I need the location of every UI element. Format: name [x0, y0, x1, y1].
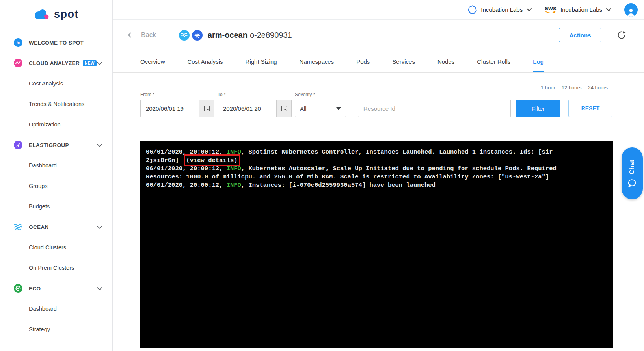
page-header: Back	[113, 20, 644, 50]
spot-cloud-icon	[34, 8, 51, 20]
range-24-hours[interactable]: 24 hours	[588, 85, 608, 91]
sidebar-item-strategy[interactable]: Strategy	[0, 319, 112, 340]
tab-pods[interactable]: Pods	[356, 58, 370, 72]
log-text: 06/01/2020, 20:00:12,	[146, 149, 227, 156]
tab-right-sizing[interactable]: Right Sizing	[246, 58, 277, 72]
page-title: arm-oceano-2e890931	[208, 31, 292, 40]
cluster-icons	[179, 30, 203, 41]
cloud-analyzer-icon	[13, 58, 23, 68]
log-severity: INFO	[227, 165, 241, 172]
user-avatar[interactable]	[624, 3, 638, 17]
to-calendar-button[interactable]	[277, 100, 292, 117]
sidebar: spot hi WELCOME TO SPOT CLOUD ANALYZER N…	[0, 0, 113, 351]
to-label: To *	[218, 92, 292, 97]
eco-icon	[13, 284, 23, 293]
sidebar-item-elastigroup[interactable]: ELASTIGROUP	[0, 135, 112, 155]
workspace-switcher[interactable]: Incubation Labs	[468, 5, 532, 14]
sidebar-item-eco-dashboard[interactable]: Dashboard	[0, 299, 112, 319]
sidebar-item-eg-dashboard[interactable]: Dashboard	[0, 155, 112, 176]
chat-bubble-icon	[628, 179, 637, 187]
tab-services[interactable]: Services	[392, 58, 415, 72]
tab-overview[interactable]: Overview	[140, 58, 165, 72]
chevron-down-icon	[97, 141, 102, 149]
to-date-input[interactable]	[218, 100, 277, 117]
sidebar-item-eco[interactable]: ECO	[0, 278, 112, 299]
from-field-group: From *	[140, 92, 214, 117]
log-severity: INFO	[227, 182, 241, 189]
sidebar-nav: hi WELCOME TO SPOT CLOUD ANALYZER NEW Co…	[0, 32, 112, 340]
sidebar-item-optimization[interactable]: Optimization	[0, 114, 112, 135]
log-filter-section: 1 hour 12 hours 24 hours From *	[113, 73, 644, 117]
severity-select[interactable]: All	[295, 100, 346, 117]
sidebar-item-groups[interactable]: Groups	[0, 176, 112, 196]
chevron-down-icon	[606, 8, 611, 11]
severity-field-group: Severity * All	[295, 92, 346, 117]
quick-range-links: 1 hour 12 hours 24 hours	[541, 85, 608, 91]
account-switcher[interactable]: aws Incubation Labs	[545, 6, 611, 14]
calendar-icon	[281, 105, 288, 112]
reset-button[interactable]: RESET	[568, 100, 612, 117]
chat-button[interactable]: Chat	[622, 147, 643, 199]
resource-id-input[interactable]	[358, 100, 511, 117]
spot-wordmark: spot	[54, 8, 79, 20]
spot-logo[interactable]: spot	[0, 5, 112, 24]
log-text: 06/01/2020, 20:00:12,	[146, 165, 227, 172]
tab-log[interactable]: Log	[533, 58, 544, 72]
divider	[538, 4, 538, 16]
sidebar-item-ocean[interactable]: OCEAN	[0, 217, 112, 237]
log-console[interactable]: 06/01/2020, 20:00:12, INFO, Spotinst Kub…	[140, 141, 613, 348]
chevron-down-icon	[97, 223, 102, 230]
log-text: 2jsi8r6n]	[146, 157, 186, 164]
annotation-box: (view details)	[186, 157, 237, 164]
severity-label: Severity *	[295, 92, 346, 97]
range-1-hour[interactable]: 1 hour	[541, 85, 555, 91]
to-field-group: To *	[218, 92, 292, 117]
log-text: , Kubernetes Autoscaler, Scale Up Initia…	[241, 165, 557, 172]
sidebar-item-trends-notifications[interactable]: Trends & Notifications	[0, 94, 112, 114]
filter-button[interactable]: Filter	[516, 100, 560, 117]
log-text: )	[234, 157, 237, 164]
refresh-icon[interactable]	[617, 31, 626, 39]
back-label: Back	[141, 31, 156, 39]
actions-button[interactable]: Actions	[559, 28, 601, 42]
sidebar-item-cost-analysis[interactable]: Cost Analysis	[0, 73, 112, 94]
chat-label: Chat	[629, 160, 636, 175]
person-icon	[626, 8, 636, 17]
sidebar-item-cloud-clusters[interactable]: Cloud Clusters	[0, 237, 112, 258]
tab-namespaces[interactable]: Namespaces	[300, 58, 334, 72]
log-text: (	[186, 157, 190, 164]
log-text: , Spotinst Kubernetes Controller, Instan…	[241, 149, 557, 156]
tab-nodes[interactable]: Nodes	[437, 58, 454, 72]
range-12-hours[interactable]: 12 hours	[562, 85, 582, 91]
main-content: Incubation Labs aws Incubation Labs	[113, 0, 644, 348]
filter-fields: From * To *	[140, 92, 644, 117]
sidebar-item-cloud-analyzer[interactable]: CLOUD ANALYZER NEW	[0, 53, 112, 73]
chevron-down-icon	[527, 8, 532, 11]
cluster-id: o-2e890931	[250, 31, 292, 39]
workspace-label: Incubation Labs	[481, 6, 523, 13]
new-badge: NEW	[83, 60, 97, 66]
divider	[618, 4, 618, 16]
heptagon-icon	[468, 5, 477, 14]
sidebar-item-welcome[interactable]: hi WELCOME TO SPOT	[0, 32, 112, 53]
from-label: From *	[140, 92, 214, 97]
chevron-down-icon	[97, 285, 102, 292]
tab-cluster-rolls[interactable]: Cluster Rolls	[477, 58, 510, 72]
back-arrow-icon	[128, 32, 137, 38]
sidebar-item-budgets[interactable]: Budgets	[0, 196, 112, 217]
view-details-link[interactable]: view details	[190, 157, 234, 164]
ocean-waves-icon	[13, 222, 23, 232]
aws-logo: aws	[545, 5, 557, 14]
log-text: Resources: 1000.0 of millicpu. and 256.0…	[146, 173, 549, 180]
back-button[interactable]: Back	[128, 31, 156, 39]
chevron-down-icon	[97, 59, 102, 67]
ocean-badge-icon	[179, 30, 190, 41]
from-date-input[interactable]	[140, 100, 199, 117]
caret-down-icon	[336, 107, 341, 110]
tab-cost-analysis[interactable]: Cost Analysis	[188, 58, 223, 72]
calendar-icon	[203, 105, 210, 112]
log-text: , Instances: [i-070c6d2559930a574] have …	[241, 182, 436, 189]
sidebar-item-on-prem-clusters[interactable]: On Prem Clusters	[0, 258, 112, 278]
log-severity: INFO	[227, 149, 241, 156]
from-calendar-button[interactable]	[199, 100, 214, 117]
